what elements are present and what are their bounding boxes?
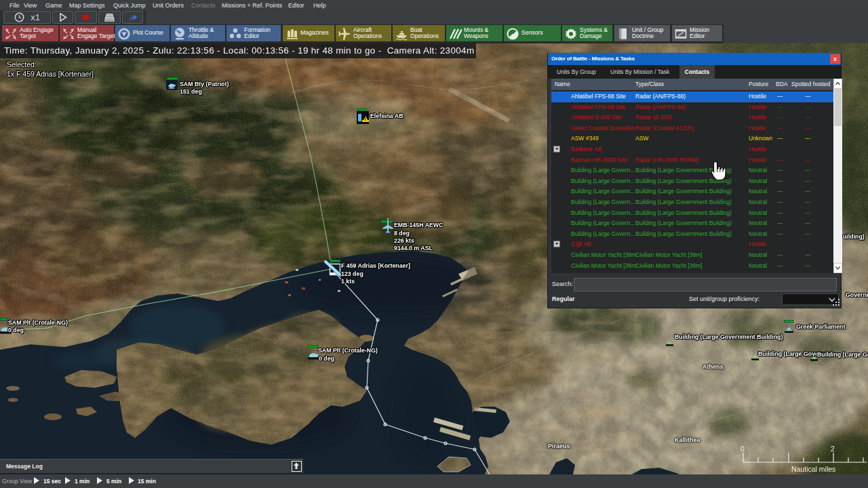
svg-text:2: 2 [831,445,835,453]
svg-text:Nautical miles: Nautical miles [791,465,835,473]
svg-text:0: 0 [741,445,745,453]
